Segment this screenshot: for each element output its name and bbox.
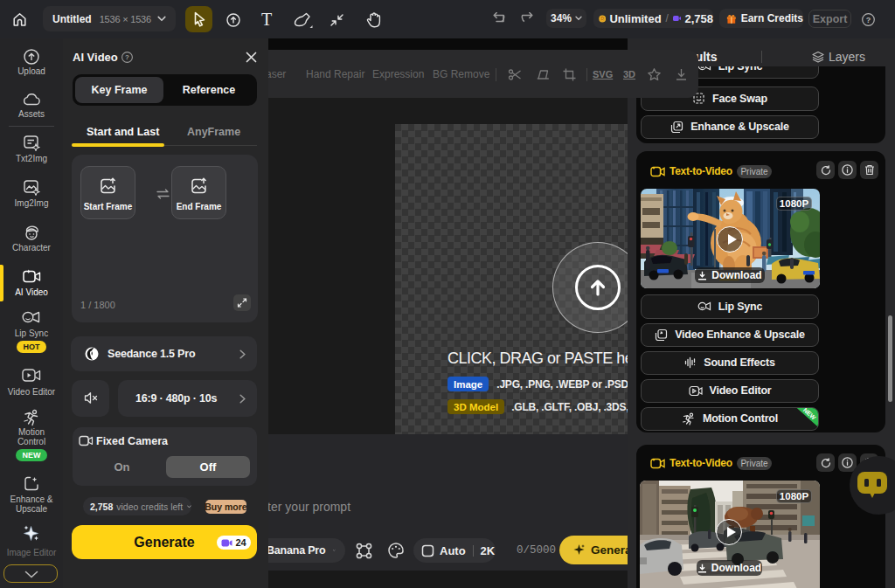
svg-text:?: ?	[125, 53, 129, 61]
svg-text:D: D	[600, 17, 604, 21]
svg-text:?: ?	[866, 15, 871, 24]
